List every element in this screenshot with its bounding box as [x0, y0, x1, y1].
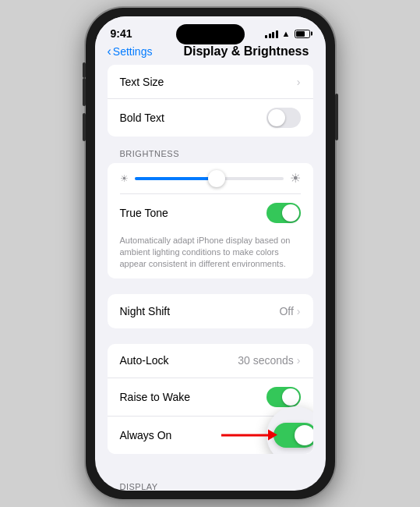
true-tone-row[interactable]: True Tone [108, 194, 313, 232]
night-shift-value: Off [279, 305, 293, 317]
raise-to-wake-thumb [282, 388, 299, 406]
always-on-label: Always On [120, 429, 172, 441]
brightness-row[interactable]: ☀ ☀ [108, 163, 313, 193]
spacer-1 [95, 278, 326, 294]
brightness-low-icon: ☀ [120, 173, 129, 184]
brightness-fill [135, 177, 217, 180]
bold-text-label: Bold Text [120, 112, 164, 124]
back-label: Settings [113, 45, 153, 58]
back-chevron-icon: ‹ [108, 44, 111, 58]
text-size-label: Text Size [120, 76, 164, 88]
bold-text-toggle[interactable] [266, 108, 301, 128]
auto-lock-value: 30 seconds [238, 354, 294, 367]
spacer-2 [95, 328, 326, 344]
silent-button[interactable] [83, 62, 86, 78]
brightness-section-label: BRIGHTNESS [95, 136, 326, 163]
text-size-chevron-icon: › [297, 76, 301, 88]
raise-to-wake-toggle[interactable] [266, 387, 301, 407]
brightness-slider[interactable] [135, 177, 284, 180]
phone-screen: 9:41 ▲ ‹ Settings Display & Brightn [95, 16, 326, 491]
wifi-icon: ▲ [282, 29, 291, 38]
night-shift-group: Night Shift Off › [108, 294, 313, 328]
brightness-high-icon: ☀ [290, 171, 301, 186]
vol-down-button[interactable] [83, 113, 86, 141]
battery-icon [295, 30, 310, 38]
vol-up-button[interactable] [83, 78, 86, 106]
lock-group: Auto-Lock 30 seconds › Raise to Wake Alw… [108, 344, 313, 454]
spacer-3 [95, 454, 326, 470]
arrow-head-icon [268, 430, 277, 441]
true-tone-label: True Tone [120, 207, 168, 219]
text-settings-group: Text Size › Bold Text [108, 65, 313, 136]
red-arrow [221, 434, 268, 436]
night-shift-right: Off › [279, 305, 300, 317]
phone-frame: 9:41 ▲ ‹ Settings Display & Brightn [86, 8, 335, 499]
back-button[interactable]: ‹ Settings [108, 44, 153, 58]
raise-to-wake-label: Raise to Wake [120, 391, 191, 403]
magnifier-toggle [274, 423, 313, 448]
display-section-label: DISPLAY [95, 470, 326, 491]
night-shift-chevron-icon: › [297, 305, 301, 317]
true-tone-toggle[interactable] [266, 203, 301, 223]
text-size-row[interactable]: Text Size › [108, 65, 313, 99]
signal-icon [265, 29, 278, 38]
night-shift-row[interactable]: Night Shift Off › [108, 294, 313, 328]
arrow-line [221, 434, 268, 436]
brightness-group: ☀ ☀ True Tone Automatically adapt [108, 163, 313, 278]
always-on-row[interactable]: Always On [108, 417, 313, 454]
night-shift-label: Night Shift [120, 305, 171, 317]
status-time: 9:41 [111, 27, 132, 40]
text-size-right: › [297, 76, 301, 88]
status-icons: ▲ [265, 29, 309, 38]
brightness-thumb [208, 170, 225, 187]
page-title: Display & Brightness [183, 44, 309, 58]
settings-content: Text Size › Bold Text BRIGHTNESS ☀ [95, 65, 326, 491]
true-tone-toggle-thumb [282, 204, 299, 222]
auto-lock-row[interactable]: Auto-Lock 30 seconds › [108, 344, 313, 378]
power-button[interactable] [335, 94, 338, 140]
true-tone-description: Automatically adapt iPhone display based… [108, 232, 313, 278]
magnifier-thumb [295, 425, 313, 445]
bold-text-row[interactable]: Bold Text [108, 99, 313, 136]
nav-bar: ‹ Settings Display & Brightness [95, 43, 326, 65]
auto-lock-label: Auto-Lock [120, 354, 169, 367]
bold-text-toggle-thumb [268, 109, 285, 126]
dynamic-island [176, 24, 245, 44]
auto-lock-right: 30 seconds › [238, 354, 300, 367]
auto-lock-chevron-icon: › [297, 354, 301, 367]
